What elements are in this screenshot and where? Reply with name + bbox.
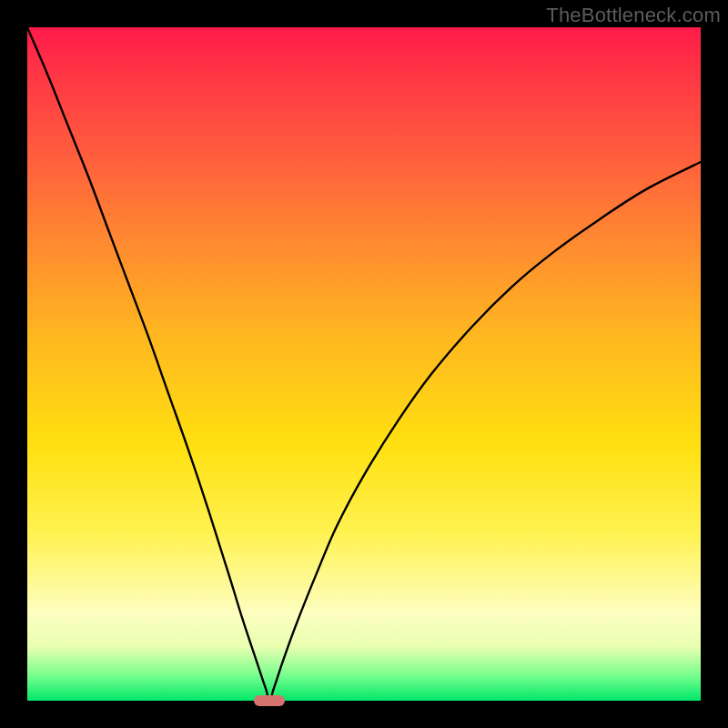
watermark-text: TheBottleneck.com [546,4,721,27]
chart-plot-area [27,27,701,701]
optimal-marker [254,695,285,706]
bottleneck-curve [27,27,701,701]
